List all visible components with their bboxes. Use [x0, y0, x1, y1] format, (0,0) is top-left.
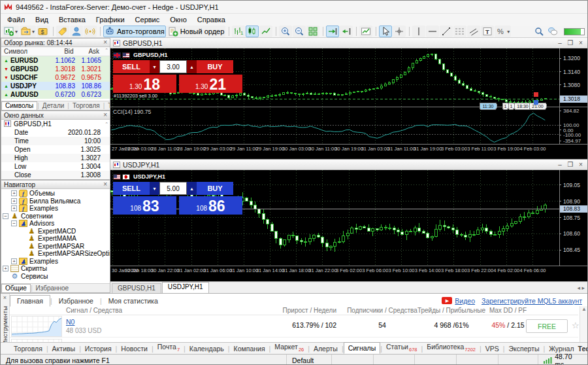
- close-icon[interactable]: ×: [3, 294, 7, 301]
- navigator-tab-Избранное[interactable]: Избранное: [33, 285, 73, 292]
- navigator-item-ExpertMAPSAR[interactable]: ♟ExpertMAPSAR: [1, 243, 110, 251]
- new-order-button[interactable]: Новый ордер: [167, 26, 226, 37]
- menu-item-Сервис[interactable]: Сервис: [130, 14, 165, 25]
- buy-price[interactable]: 10886: [179, 196, 242, 215]
- status-latency[interactable]: 48.70 ms: [538, 355, 588, 365]
- zoom-in-button[interactable]: [279, 26, 292, 37]
- sell-button[interactable]: SELL: [113, 60, 150, 73]
- toolbox-tab-Избранное[interactable]: Избранное: [52, 296, 100, 306]
- autoscroll-button[interactable]: [326, 26, 339, 37]
- bottom-tab-Алерты[interactable]: Алерты: [310, 343, 342, 354]
- market-watch-tab-Торговля[interactable]: Торговля: [69, 102, 103, 109]
- col-growth[interactable]: Прирост / Недели: [271, 307, 336, 314]
- vline-button[interactable]: [412, 26, 425, 37]
- bottom-tab-История[interactable]: История: [81, 343, 116, 354]
- search-icon[interactable]: [532, 26, 546, 37]
- bottom-tab-Торговля[interactable]: Торговля: [10, 343, 46, 354]
- candles-button[interactable]: [246, 26, 259, 37]
- bottom-tab-Компания[interactable]: Компания: [230, 343, 269, 354]
- person-button[interactable]: [70, 26, 83, 37]
- shift-button[interactable]: [340, 26, 353, 37]
- bottom-tab-Новости[interactable]: Новости: [117, 343, 152, 354]
- market-watch-row[interactable]: ▼GBPUSD1.30181.3021: [1, 65, 110, 73]
- zoom-out-button[interactable]: [293, 26, 306, 37]
- tile-button[interactable]: [306, 26, 319, 37]
- market-watch-row[interactable]: ▲EURUSD1.10621.1065: [1, 56, 110, 65]
- navigator-tab-Общие[interactable]: Общие: [1, 284, 31, 292]
- market-watch-row[interactable]: ▲USDJPY108.83108.86: [1, 82, 110, 90]
- menu-item-Файл[interactable]: Файл: [2, 14, 30, 25]
- volume-up-button[interactable]: ▲: [187, 60, 197, 73]
- volume-up-button[interactable]: ▲: [187, 182, 197, 195]
- templates-button[interactable]: [359, 26, 372, 37]
- minimize-icon[interactable]: –: [555, 161, 565, 168]
- sell-price[interactable]: 10883: [113, 196, 176, 215]
- market-watch-row[interactable]: ▼USDCHF0.96720.9675: [1, 73, 110, 82]
- toolbox-tab-Главная[interactable]: Главная: [10, 295, 50, 307]
- navigator-item-ExpertMACD[interactable]: ♟ExpertMACD: [1, 228, 110, 235]
- menu-item-Справка[interactable]: Справка: [192, 14, 231, 25]
- scroll-up-icon[interactable]: ⌃: [102, 47, 110, 56]
- scroll-up-icon[interactable]: ⌃: [105, 122, 110, 127]
- signal-button[interactable]: [84, 26, 97, 37]
- tab-scroll-arrows[interactable]: ◂ ▸: [577, 285, 585, 291]
- chart-tab-USDJPY,H1[interactable]: USDJPY,H1: [162, 282, 209, 293]
- buy-button[interactable]: BUY: [197, 60, 233, 73]
- navigator-item-Examples[interactable]: +♟Examples: [1, 258, 110, 266]
- text-label-button[interactable]: T: [481, 26, 494, 37]
- navigator-item-Examples[interactable]: +fExamples: [1, 205, 110, 213]
- bottom-tab-Библиотека[interactable]: Библиотека7202: [423, 341, 480, 354]
- navigator-item-Билла Вильямса[interactable]: +fБилла Вильямса: [1, 198, 110, 205]
- video-link[interactable]: Видео: [455, 297, 475, 305]
- fibo-button[interactable]: [453, 26, 466, 37]
- chat-icon[interactable]: [546, 26, 559, 37]
- tree-expand-icon[interactable]: −: [11, 220, 17, 226]
- close-icon[interactable]: ×: [103, 181, 107, 188]
- market-watch-row[interactable]: ▲AUDUSD0.67200.6723: [1, 90, 110, 99]
- signal-row[interactable]: N048 033 USD613.79% / 102544 968 /61%45%…: [10, 315, 578, 338]
- bottom-tab-Журнал[interactable]: Журнал: [545, 343, 578, 354]
- bottom-tab-Почта[interactable]: Почта7: [154, 341, 184, 354]
- tree-expand-icon[interactable]: −: [3, 213, 8, 219]
- tline-button[interactable]: [440, 26, 453, 37]
- navigator-item-ExpertMAMA[interactable]: ♟ExpertMAMA: [1, 235, 110, 243]
- column-ask[interactable]: Ask: [76, 47, 103, 56]
- maximize-icon[interactable]: ❒: [565, 161, 576, 168]
- buy-price[interactable]: 1.3021: [179, 75, 242, 93]
- navigator-item-Сервисы[interactable]: ⚙Сервисы: [1, 273, 110, 281]
- col-trades[interactable]: Трейды / Прибыльные: [415, 307, 488, 314]
- chart-body[interactable]: CCI(14) 190.75384.82100.000.00-100.00-35…: [110, 48, 588, 159]
- free-button[interactable]: FREE: [526, 319, 568, 333]
- line-chart-button[interactable]: [259, 26, 272, 37]
- crosshair-button[interactable]: [393, 26, 406, 37]
- volume-down-button[interactable]: ▼: [150, 60, 159, 73]
- menu-item-Графики[interactable]: Графики: [91, 14, 130, 25]
- cursor-button[interactable]: [379, 26, 392, 37]
- navigator-item-Объемы[interactable]: +fОбъемы: [1, 190, 110, 198]
- col-subscribers[interactable]: Подписчики / Средства: [343, 307, 421, 314]
- new-chart-button[interactable]: ▾: [3, 26, 19, 37]
- chart-title-bar[interactable]: USDJPY,H1–❒×: [110, 160, 588, 170]
- menu-item-Окно[interactable]: Окно: [165, 14, 192, 25]
- column-bid[interactable]: Bid: [50, 47, 76, 56]
- col-maxdd[interactable]: Max DD / PF: [483, 307, 532, 314]
- favorite-star-icon[interactable]: ☆: [572, 321, 580, 330]
- navigator-item-ExpertMAPSARSizeOptim[interactable]: ♟ExpertMAPSARSizeOptim: [1, 250, 110, 258]
- tree-expand-icon[interactable]: +: [3, 266, 8, 271]
- column-symbol[interactable]: Символ: [1, 47, 50, 56]
- menu-item-Вид[interactable]: Вид: [30, 14, 54, 25]
- robot-button[interactable]: Авто-торговля: [103, 26, 166, 37]
- register-mql5-link[interactable]: Зарегистрируйте MQL5 аккаунт: [482, 297, 582, 305]
- toolbox-tab-Моя статистика[interactable]: Моя статистика: [102, 296, 165, 306]
- strategy-tester-label[interactable]: Тестер стратегий: [578, 345, 588, 353]
- tree-expand-icon[interactable]: +: [11, 198, 17, 204]
- tree-expand-icon[interactable]: +: [11, 190, 17, 196]
- shapes-button[interactable]: %▾: [495, 26, 511, 37]
- bars-button[interactable]: 1: [232, 26, 245, 37]
- volume-input[interactable]: 3.00: [159, 60, 187, 73]
- bottom-tab-Маркет[interactable]: Маркет26: [270, 341, 308, 354]
- close-icon[interactable]: ×: [103, 112, 107, 118]
- chart-body[interactable]: 109.05108.90108.75108.60108.45108.8330 J…: [110, 170, 588, 281]
- tree-expand-icon[interactable]: +: [11, 258, 17, 264]
- signal-name-link[interactable]: N0: [66, 318, 74, 326]
